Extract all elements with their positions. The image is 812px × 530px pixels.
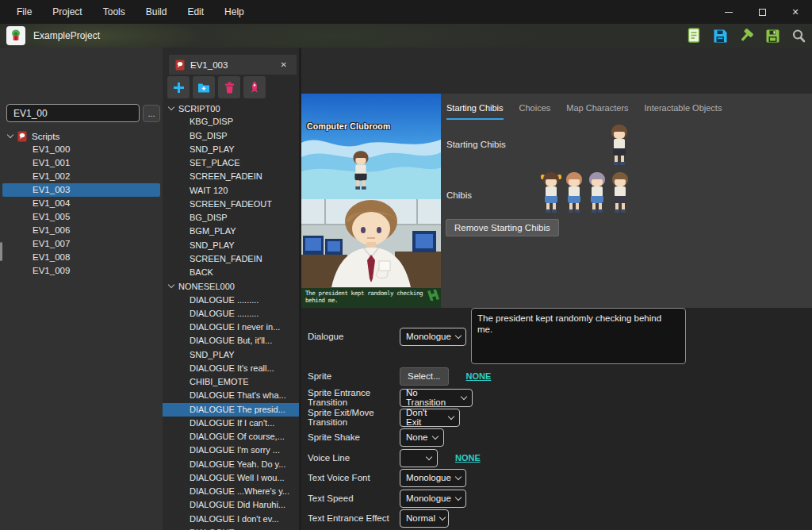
command-item[interactable]: SND_PLAY <box>163 239 299 252</box>
script-file-item[interactable]: EV1_003 <box>2 183 160 197</box>
sprite-entrance-dropdown[interactable]: No Transition <box>400 389 473 407</box>
window-controls: ✕ <box>712 0 812 24</box>
text-entrance-dropdown[interactable]: Normal <box>400 509 449 528</box>
command-item[interactable]: SND_PLAY <box>163 348 299 362</box>
command-item[interactable]: DIALOGUE I never in... <box>163 321 299 334</box>
command-item[interactable]: DIALOGUE But, it'll... <box>163 334 299 348</box>
sprite-none-link[interactable]: NONE <box>466 371 492 381</box>
maximize-button[interactable] <box>745 0 779 24</box>
command-item[interactable]: DIALOGUE ......... <box>163 307 299 321</box>
command-item[interactable]: DIALOGUE The presid... <box>163 403 299 417</box>
command-item[interactable]: WAIT 120 <box>163 184 299 198</box>
menu-item[interactable]: File <box>6 0 42 24</box>
new-script-button[interactable] <box>685 27 703 44</box>
command-item[interactable]: DIALOGUE Yeah. Do y... <box>163 458 299 471</box>
command-group-header[interactable]: SCRIPT00 <box>163 102 299 115</box>
sprite-shake-dropdown[interactable]: None <box>400 428 444 447</box>
add-group-button[interactable] <box>193 76 215 98</box>
text-speed-dropdown[interactable]: Monologue <box>400 490 466 508</box>
sprite-select-button[interactable]: Select... <box>400 367 449 386</box>
command-item[interactable]: DIALOGUE I'm sorry ... <box>163 444 299 457</box>
command-item[interactable]: BACK <box>163 266 299 279</box>
nagato-chibi[interactable] <box>587 171 607 213</box>
script-file-item[interactable]: EV1_005 <box>2 210 160 224</box>
script-file-item[interactable]: EV1_009 <box>2 264 160 278</box>
inspector-tab[interactable]: Map Characters <box>566 103 628 120</box>
browse-button[interactable]: ... <box>143 105 160 122</box>
command-group-header[interactable]: NONESEL000 <box>163 279 299 293</box>
command-item[interactable]: DIALOGUE Did Haruhi... <box>163 498 299 512</box>
close-button[interactable]: ✕ <box>779 0 812 24</box>
command-item[interactable]: BG_DISP <box>163 211 299 225</box>
left-panel-scrollbar[interactable] <box>0 242 2 261</box>
command-item[interactable]: DIALOGUE If I can't... <box>163 417 299 430</box>
menu-item[interactable]: Project <box>42 0 92 24</box>
group-label: NONESEL000 <box>178 282 235 291</box>
delete-command-button[interactable] <box>218 76 240 98</box>
script-file-item[interactable]: EV1_007 <box>2 237 160 251</box>
save-button[interactable] <box>711 27 729 44</box>
text-voice-font-dropdown[interactable]: Monologue <box>400 469 466 487</box>
command-item[interactable]: DIALOGUE I don't ev... <box>163 513 299 526</box>
script-search-input[interactable] <box>6 104 140 122</box>
dialogue-text-input[interactable]: The president kept randomly checking beh… <box>471 308 686 364</box>
kyon-chibi[interactable] <box>609 124 630 165</box>
inspector-tab[interactable]: Interactable Objects <box>645 103 722 120</box>
sprite-label: Sprite <box>308 371 400 381</box>
delete-icon <box>224 82 235 94</box>
script-file-item[interactable]: EV1_008 <box>2 251 160 264</box>
command-item[interactable]: DIALOGUE That's wha... <box>163 389 299 402</box>
scripts-root-node[interactable]: Scripts <box>0 129 163 143</box>
koizumi-chibi[interactable] <box>610 171 630 213</box>
script-file-item[interactable]: EV1_006 <box>2 224 160 237</box>
app-logo-icon <box>6 26 25 45</box>
search-button[interactable] <box>790 27 807 44</box>
command-item[interactable]: SCREEN_FADEOUT <box>163 198 299 211</box>
command-item[interactable]: SCREEN_FADEIN <box>163 170 299 183</box>
save-all-icon <box>765 29 780 44</box>
dialogue-type-dropdown[interactable]: Monologue <box>400 328 466 346</box>
voice-line-dropdown[interactable] <box>400 449 438 467</box>
command-item[interactable]: DIALOGUE Well I wou... <box>163 471 299 485</box>
chevron-down-icon <box>7 132 13 138</box>
haruhi-chibi[interactable] <box>541 171 561 213</box>
menu-item[interactable]: Tools <box>93 0 136 24</box>
add-command-button[interactable] <box>167 76 190 98</box>
command-item[interactable]: SND_PLAY <box>163 143 299 156</box>
inspector-tab[interactable]: Choices <box>519 103 551 120</box>
command-item[interactable]: CHIBI_EMOTE <box>163 375 299 389</box>
document-tab[interactable]: EV1_003 ✕ <box>169 55 297 75</box>
script-editor-panel: EV1_003 ✕ <box>163 48 301 530</box>
inspector-tab[interactable]: Starting Chibis <box>446 103 504 120</box>
menu-item[interactable]: Build <box>136 0 178 24</box>
mikuru-chibi[interactable] <box>564 171 584 213</box>
scripts-root-label: Scripts <box>32 132 59 141</box>
script-file-item[interactable]: EV1_004 <box>2 197 160 210</box>
script-file-item[interactable]: EV1_001 <box>2 156 160 170</box>
command-item[interactable]: SCREEN_FADEIN <box>163 252 299 266</box>
save-all-button[interactable] <box>764 27 781 44</box>
sprite-exit-dropdown[interactable]: Don't Exit <box>400 409 460 427</box>
build-button[interactable] <box>737 27 755 44</box>
command-item[interactable]: KBG_DISP <box>163 115 299 129</box>
command-item[interactable]: BG_DISP <box>163 129 299 143</box>
close-icon: ✕ <box>791 7 799 17</box>
command-item[interactable]: DIALOGUE Of course,... <box>163 430 299 444</box>
launch-button[interactable] <box>243 76 266 98</box>
script-file-item[interactable]: EV1_000 <box>2 143 160 156</box>
command-item[interactable]: DIALOGUE ...Where's y... <box>163 485 299 498</box>
script-file-item[interactable]: EV1_002 <box>2 170 160 183</box>
scripts-tree: Scripts EV1_000EV1_001EV1_002EV1_003EV1_… <box>0 129 163 278</box>
command-item[interactable]: BGM_PLAY <box>163 225 299 238</box>
tab-close-button[interactable]: ✕ <box>278 59 290 71</box>
voice-line-none-link[interactable]: NONE <box>455 453 481 463</box>
command-item[interactable]: DIALOGUE ... <box>163 526 299 530</box>
menu-item[interactable]: Help <box>214 0 255 24</box>
command-item[interactable]: SET_PLACE <box>163 156 299 170</box>
save-icon <box>713 29 728 44</box>
menu-item[interactable]: Edit <box>177 0 214 24</box>
minimize-button[interactable] <box>712 0 745 24</box>
command-item[interactable]: DIALOGUE ......... <box>163 294 299 307</box>
command-item[interactable]: DIALOGUE It's reall... <box>163 362 299 375</box>
remove-starting-chibis-button[interactable]: Remove Starting Chibis <box>446 219 559 236</box>
